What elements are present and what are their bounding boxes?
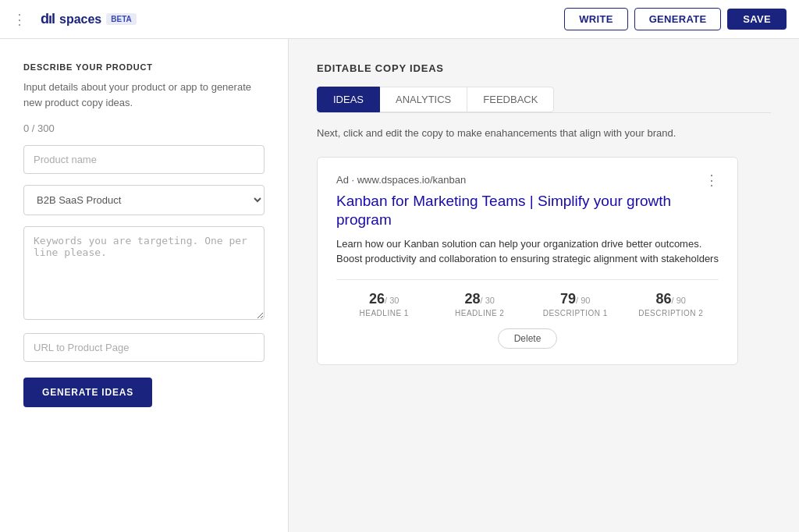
metric-description2: 86/ 90 DESCRIPTION 2 [623, 291, 719, 317]
url-input[interactable] [23, 333, 265, 362]
metric-label-description2: DESCRIPTION 2 [623, 309, 719, 317]
delete-button[interactable]: Delete [498, 328, 558, 349]
ad-header: Ad · www.dspaces.io/kanban ⋮ [336, 173, 719, 187]
describe-section-desc: Input details about your product or app … [23, 80, 265, 110]
describe-section-title: DESCRIBE YOUR PRODUCT [23, 62, 265, 72]
ad-more-icon[interactable]: ⋮ [705, 173, 719, 187]
generate-button[interactable]: GENERATE [634, 8, 722, 30]
char-count: 0 / 300 [23, 122, 265, 134]
topnav-actions: WRITE GENERATE SAVE [564, 8, 787, 30]
main-layout: DESCRIBE YOUR PRODUCT Input details abou… [0, 39, 799, 532]
metric-value-description1: 79/ 90 [527, 291, 623, 307]
menu-icon[interactable]: ⋮ [12, 11, 27, 28]
keywords-textarea[interactable] [23, 226, 265, 320]
metric-label-headline2: HEADLINE 2 [432, 309, 528, 317]
brand-name: spaces [59, 12, 101, 27]
top-navigation: ⋮ dıl spaces beta WRITE GENERATE SAVE [0, 0, 799, 39]
instruction-text: Next, click and edit the copy to make en… [317, 126, 771, 141]
product-type-select[interactable]: B2B SaaS Product B2C Product Mobile App … [23, 185, 265, 215]
product-name-input[interactable] [23, 145, 265, 174]
ad-metrics: 26/ 30 HEADLINE 1 28/ 30 HEADLINE 2 79/ … [336, 291, 719, 317]
generate-ideas-button[interactable]: GENERATE IDEAS [23, 378, 152, 407]
save-button[interactable]: SAVE [727, 9, 787, 30]
brand-logo: dıl spaces beta [41, 11, 137, 27]
metric-headline1: 26/ 30 HEADLINE 1 [336, 291, 432, 317]
right-section-title: EDITABLE COPY IDEAS [317, 62, 771, 74]
beta-badge: beta [106, 13, 136, 25]
metric-headline2: 28/ 30 HEADLINE 2 [432, 291, 528, 317]
tab-analytics[interactable]: ANALYTICS [379, 87, 467, 112]
metric-value-headline2: 28/ 30 [432, 291, 528, 307]
ad-card: Ad · www.dspaces.io/kanban ⋮ Kanban for … [317, 157, 738, 365]
metric-value-headline1: 26/ 30 [336, 291, 432, 307]
metric-label-headline1: HEADLINE 1 [336, 309, 432, 317]
write-button[interactable]: WRITE [564, 8, 627, 30]
tab-ideas[interactable]: IDEAS [317, 87, 380, 112]
left-panel: DESCRIBE YOUR PRODUCT Input details abou… [0, 39, 289, 532]
right-panel: EDITABLE COPY IDEAS IDEAS ANALYTICS FEED… [289, 39, 799, 532]
metric-label-description1: DESCRIPTION 1 [527, 309, 623, 317]
brand-icon: dıl [41, 11, 55, 27]
metric-description1: 79/ 90 DESCRIPTION 1 [527, 291, 623, 317]
ad-url: Ad · www.dspaces.io/kanban [336, 174, 466, 186]
ad-description: Learn how our Kanban solution can help y… [336, 236, 719, 267]
metric-value-description2: 86/ 90 [623, 291, 719, 307]
ad-footer: Delete [336, 328, 719, 349]
tab-feedback[interactable]: FEEDBACK [467, 87, 554, 112]
ad-headline[interactable]: Kanban for Marketing Teams | Simplify yo… [336, 192, 719, 230]
ad-divider [336, 279, 719, 280]
tabs-container: IDEAS ANALYTICS FEEDBACK [317, 87, 771, 113]
